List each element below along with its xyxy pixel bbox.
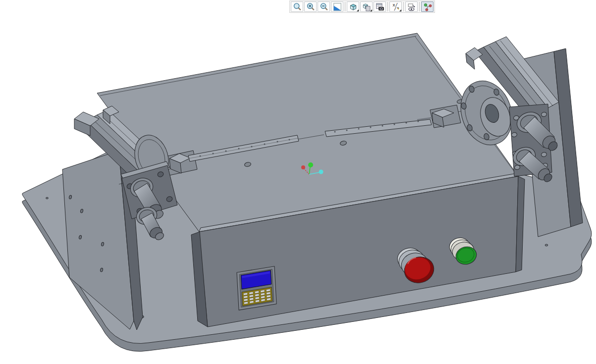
capture-image-button[interactable] xyxy=(374,1,386,12)
datum-filters-icon: x//* xyxy=(391,2,400,11)
cube-icon xyxy=(349,2,358,11)
repaint-button[interactable] xyxy=(331,1,343,12)
control-panel[interactable] xyxy=(237,266,276,311)
axis-dot-right xyxy=(319,170,324,174)
magnifier-icon xyxy=(293,2,302,11)
table-camera-icon xyxy=(376,2,384,11)
dropdown-corner-icon xyxy=(370,9,372,11)
repaint-icon xyxy=(333,2,342,11)
dropdown-corner-icon xyxy=(357,9,359,11)
display-style-button[interactable] xyxy=(347,1,359,12)
cad-viewport[interactable] xyxy=(0,0,596,364)
application-window: x//* xyxy=(0,0,596,364)
axis-dot-left xyxy=(301,165,305,169)
datum-display-filters-button[interactable]: x//* xyxy=(389,1,402,12)
zoom-out-button[interactable] xyxy=(318,1,330,12)
dropdown-corner-icon xyxy=(399,9,401,11)
refit-button[interactable] xyxy=(291,1,303,12)
toolbar-separator xyxy=(403,2,404,11)
cube-page-icon xyxy=(362,2,371,11)
toolbar-separator xyxy=(345,2,345,11)
magnifier-plus-icon xyxy=(306,2,315,11)
zoom-in-button[interactable] xyxy=(304,1,317,12)
spin-center-icon xyxy=(423,2,432,11)
spin-center-button[interactable] xyxy=(421,1,433,12)
toolbar-separator xyxy=(419,2,420,11)
toolbar-separator xyxy=(387,2,388,11)
magnifier-minus-icon xyxy=(320,2,328,11)
annotation-eye-icon xyxy=(407,2,416,11)
annotation-display-button[interactable] xyxy=(405,1,418,12)
axis-dot-vertical xyxy=(308,162,313,167)
graphics-toolbar: x//* xyxy=(289,0,435,13)
saved-orientations-button[interactable] xyxy=(360,1,373,12)
